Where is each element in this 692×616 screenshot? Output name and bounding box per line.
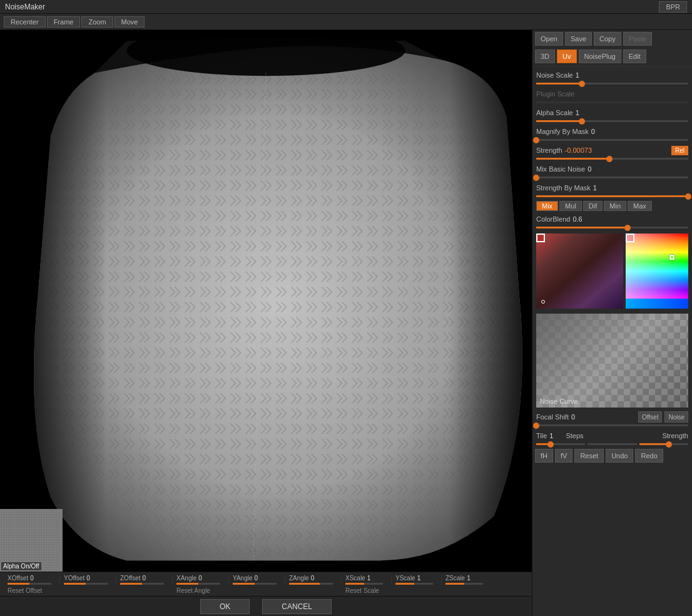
dif-button[interactable]: Dif [583,201,603,211]
reset-button[interactable]: Reset [574,449,604,463]
strength-slider[interactable] [536,158,688,160]
xscale-fill [345,583,364,585]
save-button[interactable]: Save [565,32,592,46]
bpr-button[interactable]: BPR [659,1,687,13]
move-button[interactable]: Move [114,16,145,28]
strength2-slider[interactable] [639,443,688,445]
color-picker-left[interactable] [536,234,623,309]
color-blend-fill [536,227,628,228]
xscale-label-row: XScale 1 [345,575,387,582]
xangle-slider[interactable] [176,583,220,585]
focal-shift-row: Focal Shift 0 Offset Noise [532,410,692,424]
color-blend-thumb[interactable] [624,225,631,231]
mix-button[interactable]: Mix [536,201,558,211]
fv-button[interactable]: fV [555,449,572,463]
undo-button[interactable]: Undo [606,449,633,463]
xoffset-group: XOffset 0 [4,575,60,585]
magnify-by-mask-thumb[interactable] [533,137,539,143]
mix-basic-noise-slider[interactable] [536,177,688,178]
alpha-label[interactable]: Alpha On/Off [1,562,41,570]
zoffset-value: 0 [143,575,146,582]
rel-button[interactable]: Rel [671,146,688,155]
alpha-scale-slider[interactable] [536,120,688,122]
copy-button[interactable]: Copy [594,32,621,46]
recenter-button[interactable]: Recenter [4,16,46,28]
max-button[interactable]: Max [628,201,652,211]
strength-thumb[interactable] [606,156,613,162]
zscale-label: ZScale [445,575,465,582]
alpha-preview[interactable]: Alpha On/Off [0,509,63,572]
file-actions-row: Open Save Copy Paste [532,30,692,48]
xoffset-fill [8,583,29,585]
fh-button[interactable]: fH [535,449,553,463]
divider-1 [532,66,692,67]
alpha-scale-thumb[interactable] [579,118,585,125]
zscale-slider[interactable] [445,583,483,585]
focal-shift-label: Focal Shift [536,413,569,421]
zangle-slider[interactable] [289,583,333,585]
alpha-scale-fill [536,120,582,122]
ok-button[interactable]: OK [200,599,250,614]
offset-button[interactable]: Offset [638,411,663,423]
steps-slider[interactable] [588,443,636,445]
color-blend-row: ColorBlend 0.6 [532,212,692,226]
xangle-value: 0 [198,575,202,582]
plugin-scale-row: Plugin Scale [532,87,692,101]
yscale-slider[interactable] [395,583,433,585]
xoffset-slider[interactable] [8,583,51,585]
yscale-value: 1 [417,575,421,582]
xoffset-value: 0 [30,575,34,582]
strength-by-mask-thumb[interactable] [685,193,691,200]
yoffset-label: YOffset [64,575,84,582]
zoom-button[interactable]: Zoom [81,16,113,28]
noise-curve-area[interactable]: Noise Curve [536,314,688,408]
focal-shift-thumb[interactable] [533,423,539,429]
color-crosshair-left [541,300,545,304]
frame-button[interactable]: Frame [47,16,81,28]
zoffset-slider[interactable] [120,583,164,585]
plugin-scale-slider[interactable] [536,101,688,103]
noise-scale-thumb[interactable] [579,81,585,87]
yoffset-slider[interactable] [64,583,108,585]
reset-offset-button[interactable]: Reset Offset [8,587,42,594]
tile-thumb[interactable] [547,441,554,448]
reset-angle-button[interactable]: Reset Angle [176,587,210,594]
yoffset-group: YOffset 0 [60,575,116,585]
tile-slider[interactable] [536,443,585,445]
zangle-group: ZAngle 0 [285,575,342,585]
noise-button[interactable]: Noise [664,411,688,423]
zangle-value: 0 [311,575,315,582]
xscale-slider[interactable] [345,583,383,585]
color-blend-slider[interactable] [536,227,688,228]
redo-button[interactable]: Redo [635,449,663,463]
canvas-area[interactable]: Alpha On/Off [0,30,532,572]
magnify-by-mask-slider[interactable] [536,139,688,141]
yangle-slider[interactable] [233,583,277,585]
focal-actions: Offset Noise [638,411,688,423]
min-button[interactable]: Min [604,201,626,211]
magnify-by-mask-row: Magnify By Mask 0 [532,125,692,138]
mix-basic-noise-value: 0 [588,165,591,173]
cancel-button[interactable]: CANCEL [262,599,332,614]
edit-button[interactable]: Edit [623,49,646,63]
mul-button[interactable]: Mul [559,201,582,211]
noise-scale-row: Noise Scale 1 [532,68,692,82]
noiseplug-button[interactable]: NoisePlug [579,49,621,63]
3d-button[interactable]: 3D [535,49,555,63]
noise-scale-slider[interactable] [536,83,688,85]
open-button[interactable]: Open [535,32,563,46]
focal-shift-value: 0 [571,413,575,421]
yangle-fill [233,583,255,585]
strength2-thumb[interactable] [666,441,672,448]
paste-button[interactable]: Paste [623,32,652,46]
reset-scale-button[interactable]: Reset Scale [345,587,379,594]
focal-shift-slider[interactable] [536,424,688,426]
color-picker-right[interactable] [626,234,688,309]
xscale-value: 1 [367,575,371,582]
noise-scale-value: 1 [576,71,579,79]
offset-params-row: XOffset 0 YOffset 0 [4,575,528,585]
strength-by-mask-slider[interactable] [536,195,688,197]
uv-button[interactable]: Uv [557,49,576,63]
mix-basic-noise-thumb[interactable] [533,175,539,181]
reset-buttons-row: Reset Offset Reset Angle Reset Scale [4,586,528,595]
